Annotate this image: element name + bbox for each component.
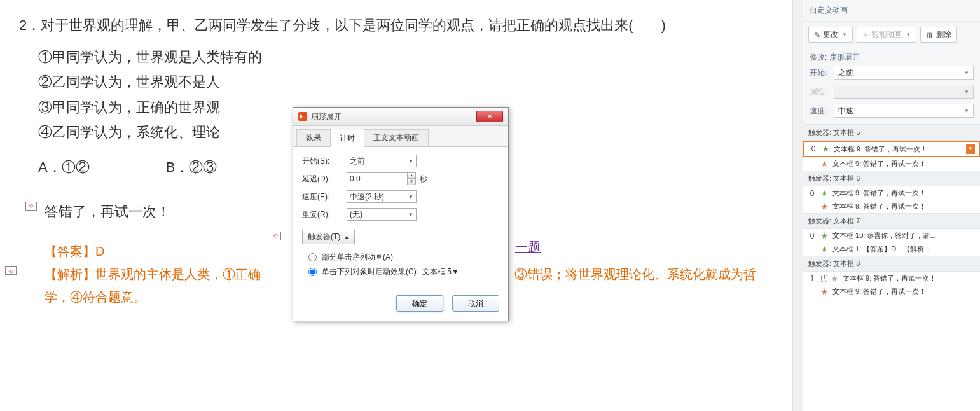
start-prop-select[interactable]: 之前▼ [834,66,974,80]
animation-pane: 自定义动画 ✎ 更改▼ ✧ 智能动画▼ 🗑 删除 修改: 扇形展开 开始: 之前… [803,0,980,411]
change-button[interactable]: ✎ 更改▼ [808,27,853,43]
delete-button[interactable]: 🗑 删除 [920,27,957,43]
star-icon [821,160,829,168]
placeholder-icon: ⟲ [25,202,37,211]
explain-1: 世界观的主体是人类，①正确 [95,267,261,281]
delay-label: 延迟(D): [302,174,347,185]
animation-dialog: 扇形展开 ✕ 效果 计时 正文文本动画 开始(S): 之前▼ 延迟(D): 0.… [293,107,509,321]
star-icon [831,275,839,282]
item-text: 文本框 9: 答错了，再试一次！ [834,144,962,154]
repeat-label: 重复(R): [302,209,347,220]
start-label: 开始(S): [302,156,347,167]
tab-textanim[interactable]: 正文文本动画 [364,129,429,146]
radio-object-input[interactable] [308,268,317,276]
sec-label: 秒 [420,174,427,185]
star-icon [821,288,829,296]
close-button[interactable]: ✕ [476,111,503,122]
attr-prop-label: 属性: [810,87,830,97]
animation-item[interactable]: 文本框 1: 【答案】D 【解析... [803,242,980,256]
wand-icon: ✧ [862,31,869,39]
trigger-header: 触发器: 文本框 6 [803,171,980,186]
vertical-scrollbar[interactable] [792,0,803,411]
pencil-icon: ✎ [814,31,820,39]
start-select[interactable]: 之前▼ [347,155,417,167]
option-2: ②乙同学认为，世界观不是人 [19,69,773,95]
trigger-header: 触发器: 文本框 7 [803,213,980,229]
modify-label: 修改: 扇形展开 [803,48,980,63]
start-prop-label: 开始: [810,67,830,78]
dialog-tabs: 效果 计时 正文文本动画 [293,126,508,147]
speed-select[interactable]: 中速(2 秒)▼ [347,190,417,203]
feedback-text: 答错了，再试一次！ [45,204,170,219]
radio-sequence[interactable]: 部分单击序列动画(A) [308,252,499,263]
animation-item[interactable]: 文本框 9: 答错了，再试一次！ [803,200,980,213]
choice-a: A．①② [38,155,90,180]
cancel-button[interactable]: 取消 [452,295,499,312]
answer-value: D [95,244,104,258]
answer-label: 【答案】 [45,244,95,258]
item-text: 文本框 10: 恭喜你，答对了，请... [832,231,976,240]
item-text: 文本框 9: 答错了，再试一次！ [832,159,976,169]
smart-anim-button: ✧ 智能动画▼ [857,27,916,43]
animation-item[interactable]: 0文本框 9: 答错了，再试一次！ [803,186,980,200]
placeholder-icon: ⟲ [270,232,281,240]
star-icon [821,246,829,253]
trigger-header: 触发器: 文本框 8 [803,256,980,272]
item-order: 1 [807,274,817,283]
star-icon [821,190,829,197]
delay-spinner[interactable]: ▲▼ [407,172,416,185]
speed-label: 速度(E): [302,192,347,202]
animation-item[interactable]: 文本框 9: 答错了，再试一次！ [803,285,980,298]
mouse-icon [821,275,827,282]
tab-timing[interactable]: 计时 [330,130,364,147]
item-text: 文本框 9: 答错了，再试一次！ [832,202,976,211]
delay-input[interactable]: 0.0 [347,172,408,185]
item-dropdown[interactable]: ▼ [966,144,975,154]
item-text: 文本框 9: 答错了，再试一次！ [832,287,976,296]
tab-effect[interactable]: 效果 [296,129,331,146]
animation-list[interactable]: 触发器: 文本框 50文本框 9: 答错了，再试一次！▼文本框 9: 答错了，再… [803,124,980,411]
trigger-header: 触发器: 文本框 5 [803,125,980,141]
item-text: 文本框 9: 答错了，再试一次！ [832,188,976,198]
attr-prop-select: ▼ [834,85,974,99]
star-icon [822,145,830,153]
slide-canvas: 2．对于世界观的理解，甲、乙两同学发生了分歧，以下是两位同学的观点，请把正确的观… [0,0,792,411]
trigger-target-select[interactable]: 文本框 5▼ [422,267,492,277]
animation-item[interactable]: 文本框 9: 答错了，再试一次！ [803,157,980,171]
dialog-body: 开始(S): 之前▼ 延迟(D): 0.0 ▲▼ 秒 速度(E): 中速(2 秒… [293,147,508,289]
trash-icon: 🗑 [926,31,934,39]
item-text: 文本框 1: 【答案】D 【解析... [832,244,976,254]
animation-item[interactable]: 0文本框 9: 答错了，再试一次！▼ [803,141,980,157]
repeat-select[interactable]: (无)▼ [347,208,417,221]
speed-prop-label: 速度: [810,106,830,116]
animation-item[interactable]: 1文本框 9: 答错了，再试一次！ [803,272,980,285]
explain-label: 【解析】 [45,267,95,281]
item-order: 0 [807,189,817,198]
item-text: 文本框 9: 答错了，再试一次！ [843,274,976,283]
speed-prop-select[interactable]: 中速▼ [834,104,974,118]
question-text: 2．对于世界观的理解，甲、乙两同学发生了分歧，以下是两位同学的观点，请把正确的观… [19,13,773,38]
radio-sequence-input[interactable] [308,253,317,261]
ok-button[interactable]: 确定 [396,295,443,312]
radio-object[interactable]: 单击下列对象时启动效果(C): 文本框 5▼ [308,267,499,277]
dialog-title: 扇形展开 [311,111,476,122]
app-icon [298,112,307,121]
star-icon [821,232,829,240]
trigger-button[interactable]: 触发器(T)▲ [302,230,355,244]
choice-b: B．②③ [166,155,217,180]
item-order: 0 [807,232,817,240]
dialog-titlebar[interactable]: 扇形展开 ✕ [293,108,508,126]
item-order: 0 [808,144,818,153]
placeholder-icon: ⟲ [5,266,17,275]
panel-title: 自定义动画 [803,0,980,22]
star-icon [821,203,829,211]
option-1: ①甲同学认为，世界观是人类特有的 [19,45,773,70]
animation-item[interactable]: 0文本框 10: 恭喜你，答对了，请... [803,229,980,242]
